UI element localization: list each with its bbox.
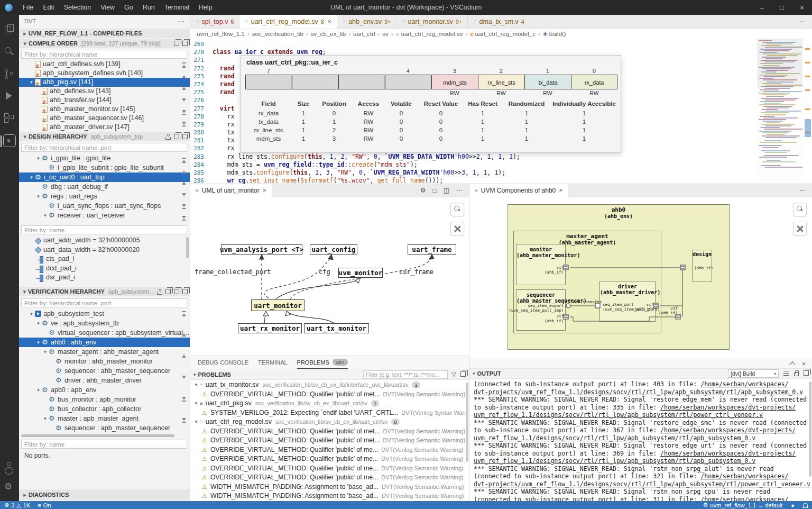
design-hierarchy-filter-input[interactable]: [21, 143, 187, 152]
menu-go[interactable]: Go: [119, 4, 138, 11]
move-arrow-icon[interactable]: [181, 417, 187, 423]
uml-node-uart-frame[interactable]: uart_frame: [408, 244, 456, 254]
move-arrow-icon[interactable]: [181, 203, 187, 210]
tab-spi-top[interactable]: ≡spi_top.v6: [190, 15, 239, 29]
breadcrumb-item[interactable]: uart_ctrl: [353, 31, 375, 37]
scrollbar-thumb[interactable]: [805, 119, 811, 137]
verification-hierarchy-filter-input[interactable]: [21, 298, 187, 307]
open-file-icon[interactable]: [174, 134, 179, 139]
tree-item[interactable]: ahb_defines.sv [143]: [19, 87, 190, 96]
tree-item[interactable]: ▾regs : uart_regs: [19, 192, 190, 201]
problems-status[interactable]: ⊗3 △1K: [4, 502, 30, 508]
run-debug-icon[interactable]: [3, 90, 16, 103]
uml-canvas[interactable]: uvm_analysis_port <T> uart_config uart_f…: [190, 197, 469, 356]
problem-row[interactable]: ⚠OVERRIDE_VIRTUAL_METHOD: Qualifier 'pub…: [190, 464, 465, 474]
diagram-tools-button[interactable]: [793, 222, 807, 235]
tree-item[interactable]: driver : ahb_master_driver: [19, 376, 190, 385]
output-file-link[interactable]: /home/serban/workspaces/: [700, 380, 788, 388]
problem-row[interactable]: ⚠WIDTH_MISMATCH_PADDING: Assignment to '…: [190, 492, 465, 501]
move-arrow-icon[interactable]: [181, 158, 187, 164]
code-line[interactable]: 286 wr_cg.set_inst_name($sformatf("%s.wc…: [190, 177, 756, 184]
menu-run[interactable]: Run: [138, 4, 160, 11]
menu-terminal[interactable]: Terminal: [160, 4, 194, 11]
tab-dma-tx-sm[interactable]: ≡dma_tx_sm.v4: [468, 15, 530, 29]
tree-item[interactable]: uart_data_width = 32'h00000020: [19, 246, 190, 255]
tree-item[interactable]: uart_ctrl_defines.svh [139]: [19, 60, 190, 69]
problem-row[interactable]: ⚠OVERRIDE_VIRTUAL_METHOD: Qualifier 'pub…: [190, 473, 465, 483]
code-line[interactable]: 283 rx_line_sts.configure(this, 1, 2, "R…: [190, 153, 756, 161]
section-verification-hierarchy[interactable]: ▾ VERIFICATION HIERARCHY apb_subsystem_t…: [19, 287, 190, 296]
maximize-button[interactable]: □: [772, 4, 792, 12]
tree-item[interactable]: ▾receiver : uart_receiver: [19, 211, 190, 220]
section-compiled-files[interactable]: ▸ UVM_REF_FLOW_1.1 - COMPILED FILES: [19, 29, 190, 38]
sidebar-more-button[interactable]: ⋯: [178, 17, 184, 25]
section-diagnostics[interactable]: ▸ DIAGNOSTICS: [19, 489, 190, 500]
tree-item[interactable]: ahb_master_monitor.sv [145]: [19, 105, 190, 114]
tab-debug-console[interactable]: DEBUG CONSOLE: [198, 356, 248, 369]
tree-item[interactable]: ahb_master_driver.sv [147]: [19, 123, 190, 131]
code-line[interactable]: 284 mdm_sts = uvm_reg_field::type_id::cr…: [190, 161, 756, 169]
tree-item[interactable]: ▾ve : apb_subsystem_tb: [19, 319, 190, 328]
tree-item[interactable]: bus_collector : apb_collector: [19, 404, 190, 414]
hierarchy-icon[interactable]: [156, 289, 162, 295]
move-arrow-icon[interactable]: [181, 97, 187, 104]
extensions-icon[interactable]: [3, 112, 16, 125]
tree-item[interactable]: bus_monitor : apb_monitor: [19, 395, 190, 404]
move-arrow-icon[interactable]: [181, 86, 187, 92]
open-file-icon[interactable]: [174, 289, 179, 294]
problem-row[interactable]: ⚠OVERRIDE_VIRTUAL_METHOD: Qualifier 'pub…: [190, 446, 465, 455]
uml-node-uart-rx-monitor[interactable]: uart_rx_monitor: [238, 323, 302, 333]
move-arrow-icon[interactable]: [181, 215, 187, 221]
output-file-link[interactable]: /home/serban/workspaces/dvt-projects/: [660, 450, 796, 457]
collapse-all-icon[interactable]: [182, 41, 188, 46]
tree-item[interactable]: ▾ahb0 : ahb_env: [19, 338, 190, 347]
code-line[interactable]: 269: [190, 40, 756, 48]
close-panel-icon[interactable]: ×: [802, 360, 806, 368]
output-file-link[interactable]: uvm_ref_flow_1.1/designs/socv/rtl/rtl_lp…: [474, 457, 755, 465]
problem-row[interactable]: ⚠OVERRIDE_VIRTUAL_METHOD: Qualifier 'pub…: [190, 455, 465, 464]
tab-uart-monitor[interactable]: ≡uart_monitor.sv9+: [396, 15, 468, 29]
move-arrow-icon[interactable]: [181, 109, 187, 115]
tree-item[interactable]: ▾master : apb_master_agent: [19, 414, 190, 423]
uvm-canvas[interactable]: ahb0(ahb_env) master_agent(ahb_master_ag…: [469, 197, 812, 359]
breadcrumb-item[interactable]: uvm_ref_flow_1.1: [197, 31, 245, 37]
dvt-verification-icon[interactable]: ✎: [3, 134, 16, 147]
problems-scrollbar[interactable]: [466, 383, 468, 462]
breadcrumb-item[interactable]: sv_cb_ex_lib: [311, 31, 346, 37]
move-arrow-icon[interactable]: [181, 192, 187, 198]
diagram-search-button[interactable]: [450, 203, 464, 216]
tab-ahb-env[interactable]: ≡ahb_env.sv9+: [337, 15, 396, 29]
close-tab-icon[interactable]: ×: [263, 187, 266, 194]
move-arrow-icon[interactable]: [181, 62, 187, 69]
uvm-design-box[interactable]: design (ahb_if): [692, 250, 712, 281]
collapse-all-icon[interactable]: [182, 289, 188, 294]
output-file-link[interactable]: uvm_ref_flow_1.1/designs/socv/rtl/rtl_lp…: [474, 434, 755, 442]
overview-ruler[interactable]: [804, 39, 812, 184]
tree-item[interactable]: sequencer : ahb_master_sequencer: [19, 366, 190, 376]
move-arrow-icon[interactable]: [181, 353, 187, 360]
problem-file-row[interactable]: ▾≡uart_ctrl_reg_model.svsoc_verification…: [190, 417, 465, 427]
tree-item[interactable]: dsr_pad_i: [19, 273, 190, 283]
move-arrow-icon[interactable]: [181, 121, 187, 127]
uml-node-uvm-analysis-port[interactable]: uvm_analysis_port <T>: [221, 244, 302, 254]
tree-item[interactable]: ▾apb0 : apb_env: [19, 385, 190, 395]
tree-item[interactable]: virtual_sequencer : apb_subsystem_virtua…: [19, 328, 190, 338]
problem-row[interactable]: ⚠OVERRIDE_VIRTUAL_METHOD: Qualifier 'pub…: [190, 427, 465, 437]
tree-item[interactable]: ▾master_agent : ahb_master_agent: [19, 347, 190, 357]
output-file-link[interactable]: /home/serban/workspaces/: [700, 496, 788, 502]
tree-item[interactable]: ▾i_oc_uart0 : uart_top: [19, 172, 190, 182]
split-view-icon[interactable]: [460, 371, 466, 378]
breadcrumb-item[interactable]: sv: [382, 31, 389, 37]
output-channel-select[interactable]: [dvt] Build▾: [728, 369, 779, 378]
uml-node-uvm-monitor[interactable]: uvm_monitor: [338, 268, 383, 278]
close-tab-icon[interactable]: ×: [559, 187, 562, 194]
output-file-link[interactable]: /home/serban/workspaces/: [700, 472, 788, 480]
maximize-panel-icon[interactable]: □: [432, 187, 436, 194]
tree-item[interactable]: i_uart_sync_flops : uart_sync_flops: [19, 201, 190, 211]
design-ports-filter-input[interactable]: [21, 225, 187, 234]
problem-row[interactable]: ⚠OVERRIDE_VIRTUAL_METHOD: Qualifier 'pub…: [190, 436, 465, 446]
output-file-link[interactable]: dvt-projects/uvm_ref_flow_1.1/designs/so…: [474, 480, 810, 488]
output-file-link[interactable]: /home/serban/workspaces/dvt-projects/: [660, 404, 796, 411]
settings-gear-icon[interactable]: ⚙: [3, 481, 16, 494]
tab-terminal[interactable]: TERMINAL: [258, 356, 288, 369]
